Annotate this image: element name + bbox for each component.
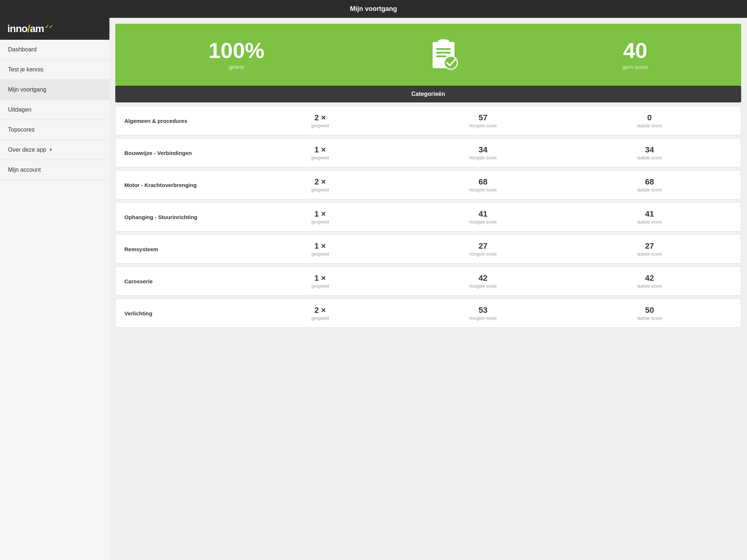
- sidebar-item-label: Over deze app: [8, 147, 46, 153]
- highest-score-value: 57: [469, 113, 497, 122]
- played-label: gespeeld: [311, 252, 329, 257]
- highest-score-stat: 41 hoogste score: [469, 209, 497, 225]
- logo: inno/am ✓✓: [7, 23, 53, 35]
- header-title: Mijn voortgang: [350, 5, 397, 12]
- highest-score-stat: 34 hoogste score: [469, 145, 497, 160]
- category-card: Motor - Krachtoverbrenging 2 × gespeeld …: [115, 170, 741, 199]
- played-count: 1 ×: [311, 145, 329, 155]
- last-score-label: laatste score: [637, 252, 662, 257]
- sidebar-item-topscores[interactable]: Topscores: [0, 120, 109, 140]
- last-score-stat: 50 laatste score: [637, 306, 662, 321]
- clipboard-icon: [422, 35, 465, 75]
- sidebar-item-mijn-account[interactable]: Mijn account: [0, 160, 109, 180]
- last-score-label: laatste score: [637, 155, 662, 160]
- sidebar-item-test-je-kennis[interactable]: Test je kennis: [0, 60, 109, 80]
- svg-rect-3: [436, 48, 451, 50]
- played-label: gespeeld: [311, 187, 329, 192]
- highest-score-stat: 68 hoogste score: [469, 177, 497, 192]
- top-header: Mijn voortgang: [0, 0, 747, 18]
- hero-score-value: 40: [623, 40, 648, 62]
- category-name: Verlichting: [124, 310, 241, 316]
- hero-percentage-label: getest: [208, 64, 264, 70]
- categories-title: Categorieën: [411, 91, 445, 97]
- category-card: Bouwwijze - Verbindingen 1 × gespeeld 34…: [115, 138, 741, 167]
- category-stats: 2 × gespeeld 53 hoogste score 50 laatste…: [241, 306, 732, 321]
- logo-checkmarks: ✓✓: [45, 24, 53, 30]
- logo-v: /: [27, 23, 30, 34]
- category-name: Ophanging - Stuurinrichting: [124, 214, 241, 220]
- category-name: Algemeen & procedures: [124, 118, 241, 124]
- highest-score-value: 41: [469, 209, 497, 219]
- sidebar-item-uitdagen[interactable]: Uitdagen: [0, 100, 109, 120]
- played-stat: 2 × gespeeld: [311, 306, 329, 321]
- played-stat: 2 × gespeeld: [311, 113, 329, 128]
- sidebar-nav: Dashboard Test je kennis Mijn voortgang …: [0, 40, 109, 560]
- category-stats: 2 × gespeeld 68 hoogste score 68 laatste…: [241, 177, 732, 192]
- sidebar-item-label: Topscores: [8, 127, 35, 133]
- hero-wrapper: 100% getest: [115, 24, 741, 102]
- last-score-value: 0: [637, 113, 662, 122]
- content-area: 100% getest: [109, 18, 747, 560]
- last-score-label: laatste score: [637, 123, 662, 128]
- played-count: 1 ×: [311, 209, 329, 219]
- hero-percentage-stat: 100% getest: [208, 40, 264, 70]
- last-score-stat: 68 laatste score: [637, 177, 662, 192]
- sidebar-logo: inno/am ✓✓: [0, 18, 109, 40]
- category-name: Remsysteem: [124, 246, 241, 252]
- sidebar-item-label: Test je kennis: [8, 66, 43, 73]
- hero-section: 100% getest: [115, 24, 741, 86]
- last-score-stat: 41 laatste score: [637, 209, 662, 225]
- last-score-stat: 27 laatste score: [637, 241, 662, 257]
- played-count: 1 ×: [311, 273, 329, 283]
- last-score-label: laatste score: [637, 219, 662, 225]
- last-score-stat: 42 laatste score: [637, 273, 662, 289]
- highest-score-label: hoogste score: [469, 316, 497, 321]
- sidebar-item-dashboard[interactable]: Dashboard: [0, 40, 109, 60]
- last-score-value: 68: [637, 177, 662, 187]
- played-stat: 1 × gespeeld: [311, 145, 329, 160]
- highest-score-label: hoogste score: [469, 155, 497, 160]
- category-name: Carosserie: [124, 278, 241, 284]
- sidebar-item-label: Dashboard: [8, 46, 36, 53]
- played-stat: 1 × gespeeld: [311, 241, 329, 257]
- played-label: gespeeld: [311, 219, 329, 225]
- category-stats: 1 × gespeeld 42 hoogste score 42 laatste…: [241, 273, 732, 289]
- category-stats: 1 × gespeeld 34 hoogste score 34 laatste…: [241, 145, 732, 160]
- category-card: Remsysteem 1 × gespeeld 27 hoogste score…: [115, 234, 741, 264]
- highest-score-value: 68: [469, 177, 497, 187]
- sidebar: inno/am ✓✓ Dashboard Test je kennis Mijn…: [0, 18, 109, 560]
- played-stat: 2 × gespeeld: [311, 177, 329, 192]
- last-score-value: 41: [637, 209, 662, 219]
- highest-score-stat: 42 hoogste score: [469, 273, 497, 289]
- played-count: 2 ×: [311, 306, 329, 315]
- highest-score-label: hoogste score: [469, 284, 497, 289]
- main-layout: inno/am ✓✓ Dashboard Test je kennis Mijn…: [0, 18, 747, 560]
- highest-score-stat: 27 hoogste score: [469, 241, 497, 257]
- svg-point-6: [444, 56, 457, 69]
- categories-list: Algemeen & procedures 2 × gespeeld 57 ho…: [115, 106, 741, 328]
- sidebar-item-label: Mijn account: [8, 167, 41, 173]
- last-score-label: laatste score: [637, 187, 662, 192]
- chevron-down-icon: ▼: [49, 147, 53, 152]
- highest-score-label: hoogste score: [469, 187, 497, 192]
- hero-percentage-value: 100%: [208, 40, 264, 62]
- category-stats: 2 × gespeeld 57 hoogste score 0 laatste …: [241, 113, 732, 128]
- played-count: 2 ×: [311, 177, 329, 187]
- sidebar-item-over-deze-app[interactable]: Over deze app ▼: [0, 140, 109, 160]
- highest-score-value: 53: [469, 306, 497, 315]
- categories-header: Categorieën: [115, 86, 741, 102]
- played-label: gespeeld: [311, 155, 329, 160]
- category-card: Ophanging - Stuurinrichting 1 × gespeeld…: [115, 202, 741, 232]
- last-score-value: 27: [637, 241, 662, 251]
- sidebar-item-mijn-voortgang[interactable]: Mijn voortgang: [0, 80, 109, 100]
- svg-rect-4: [436, 52, 451, 54]
- category-card: Verlichting 2 × gespeeld 53 hoogste scor…: [115, 299, 741, 328]
- last-score-value: 50: [637, 306, 662, 315]
- sidebar-item-label: Uitdagen: [8, 106, 31, 113]
- played-count: 2 ×: [311, 113, 329, 122]
- played-label: gespeeld: [311, 316, 329, 321]
- highest-score-value: 27: [469, 241, 497, 251]
- played-stat: 1 × gespeeld: [311, 273, 329, 289]
- svg-rect-5: [436, 55, 446, 57]
- last-score-stat: 34 laatste score: [637, 145, 662, 160]
